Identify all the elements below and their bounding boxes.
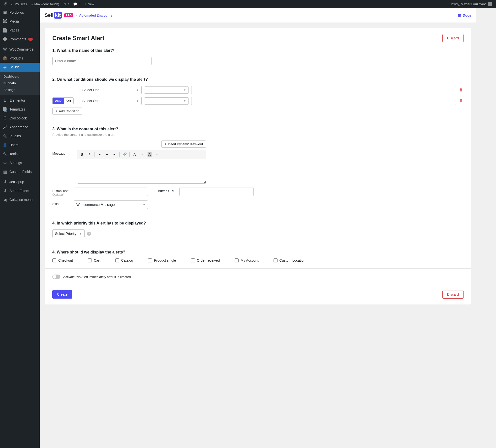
condition-op-select[interactable]: ▼ [144,97,189,105]
priority-select[interactable]: Select Priority▼ [52,229,85,238]
sidebar-item-appearance[interactable]: 🖌Appearance [0,123,40,132]
wp-logo[interactable]: ⓦ [2,0,9,8]
chevron-down-icon[interactable]: ▼ [154,151,160,158]
sidebar-item-portfolios[interactable]: ▣Portfolios [0,8,40,17]
sidebar-sub-dashboard[interactable]: Dashboard [0,73,40,80]
create-button[interactable]: Create [52,290,72,299]
checkbox[interactable] [52,258,56,262]
add-condition-button[interactable]: +Add Condition [52,108,82,115]
sidebar-label: Plugins [9,134,21,138]
skin-label: Skin [52,200,70,206]
sidebar-item-media[interactable]: 🖾Media [0,17,40,26]
insert-keyword-button[interactable]: +Insert Dynamic Keyword [161,140,206,148]
help-icon[interactable]: ? [87,232,91,236]
checkbox[interactable] [115,258,119,262]
text-color-button[interactable]: A [131,151,138,158]
location-label: Order received [197,258,220,262]
sidebar-label: Collapse menu [9,198,32,202]
sidebar-item-custom-fields[interactable]: ▦Custom Fields [0,167,40,176]
logic-and-button[interactable]: AND [53,98,64,104]
location-order-received[interactable]: Order received [191,258,220,262]
separator [94,152,94,157]
sidebar-sub-funnels[interactable]: Funnels [0,80,40,86]
condition-value-input[interactable] [191,86,456,94]
trash-icon[interactable]: 🗑 [459,88,464,92]
condition-value-input[interactable] [191,97,456,105]
sidebar-item-elementor[interactable]: EElementor [0,96,40,105]
plus-icon: + [165,142,167,146]
sidebar-label: Appearance [9,125,28,129]
checkbox[interactable] [235,258,239,262]
location-custom-location[interactable]: Custom Location [274,258,306,262]
new[interactable]: +New [82,0,96,8]
align-center-button[interactable]: ≡ [103,151,110,158]
location-label: Checkout [58,258,73,262]
align-left-button[interactable]: ≡ [96,151,103,158]
updates[interactable]: ↻7 [61,0,71,8]
chevron-down-icon[interactable]: ▼ [139,151,146,158]
condition-op-select[interactable]: ▼ [144,86,189,94]
location-product-single[interactable]: Product single [148,258,176,262]
align-right-button[interactable]: ≡ [111,151,118,158]
sidebar-item-products[interactable]: 📦Products [0,54,40,63]
location-label: Cart [94,258,100,262]
sidebar-label: JetPopup [9,180,24,184]
sidebar-item-plugins[interactable]: 🔌Plugins [0,132,40,140]
greeting[interactable]: Howdy, Maziar Firuzmand [447,0,494,8]
italic-button[interactable]: I [86,151,93,158]
message-editor[interactable] [77,159,206,184]
sidebar-item-woocommerce[interactable]: WWooCommerce [0,45,40,54]
activate-toggle[interactable] [52,275,60,279]
location-label: Custom Location [279,258,306,262]
menu-icon: ▣ [2,10,7,15]
sidebar-item-templates[interactable]: 📑Templates [0,105,40,114]
checkbox[interactable] [274,258,278,262]
sidebar-item-users[interactable]: 👤Users [0,140,40,149]
sidebar-item-comments[interactable]: 💬Comments5 [0,35,40,44]
sidebar-item-pages[interactable]: 📄Pages [0,26,40,35]
docs-link[interactable]: ▣Docs [452,8,471,23]
sites-icon: ⌂ [11,2,13,6]
menu-icon: ◉ [2,65,7,70]
sidebar-label: Smart Filters [9,189,29,193]
condition-field-select[interactable]: Select One▼ [80,97,142,105]
link-button[interactable]: 🔗 [121,151,128,158]
sidebar-item-collapse-menu[interactable]: ◀Collapse menu [0,195,40,204]
logic-or-button[interactable]: OR [64,98,73,104]
button-url-input[interactable] [179,188,254,196]
checkbox[interactable] [148,258,152,262]
location-checkout[interactable]: Checkout [52,258,73,262]
breadcrumb-link[interactable]: Automated Discounts [79,13,112,17]
sidebar-item-smart-filters[interactable]: JSmart Filters [0,186,40,195]
my-sites-label: My Sites [15,2,27,6]
chevron-down-icon: ▼ [184,100,186,102]
skin-select[interactable]: Woocommerce Message▼ [74,200,148,209]
sidebar-label: Elementor [9,98,25,102]
bold-button[interactable]: B [78,151,85,158]
condition-field-select[interactable]: Select One▼ [80,86,142,94]
discard-button-bottom[interactable]: Discard [442,290,464,299]
pro-badge: PRO [64,13,73,17]
discard-button-top[interactable]: Discard [442,34,464,42]
chevron-down-icon: ▼ [136,89,139,91]
location-catalog[interactable]: Catalog [115,258,133,262]
comments[interactable]: 💬5 [71,0,82,8]
sidebar-item-jetpopup[interactable]: JJetPopup [0,177,40,186]
site-name[interactable]: ⌂Max (don't touch) [29,0,61,8]
checkbox[interactable] [88,258,92,262]
sidebar-item-crocoblock[interactable]: CCrocoblock [0,114,40,123]
alert-name-input[interactable] [52,57,152,65]
sidebar-item-settings[interactable]: ⚙Settings [0,158,40,167]
trash-icon[interactable]: 🗑 [459,99,464,103]
comment-icon: 💬 [73,2,77,6]
button-text-input[interactable] [74,188,148,196]
sidebar-label: Custom Fields [9,170,31,174]
my-sites[interactable]: ⌂My Sites [9,0,29,8]
location-my-account[interactable]: My Account [235,258,258,262]
sidebar-item-tools[interactable]: 🔧Tools [0,149,40,158]
sidebar-sub-settings[interactable]: Settings [0,86,40,93]
checkbox[interactable] [191,258,195,262]
bg-color-button[interactable]: A [146,151,153,158]
location-cart[interactable]: Cart [88,258,100,262]
sidebar-item-sellkit[interactable]: ◉Sellkit [0,63,40,72]
